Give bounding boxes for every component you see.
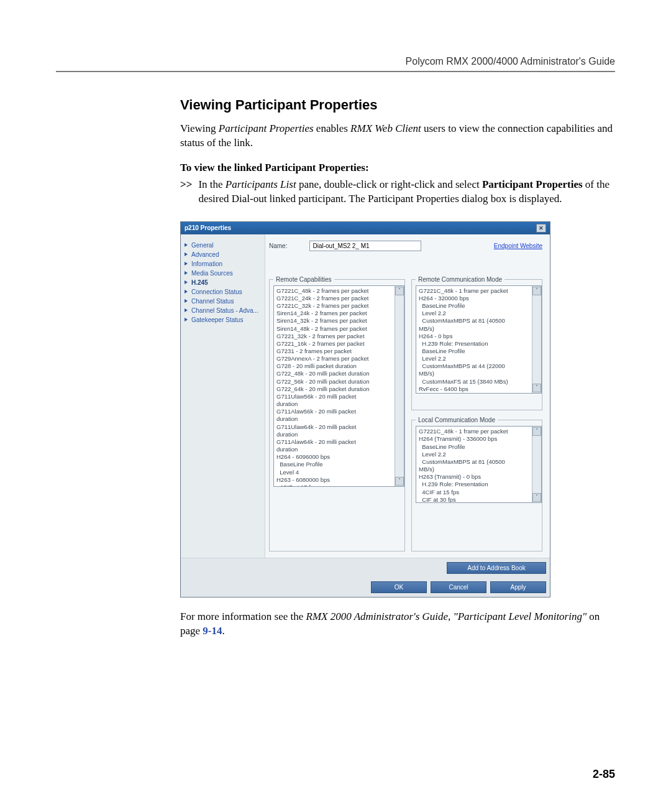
dialog-footer-secondary: Add to Address Book	[181, 558, 550, 578]
step-marker: >>	[180, 178, 192, 206]
remote-capabilities-legend: Remote Capabilities	[273, 276, 334, 283]
remote-comm-listbox[interactable]: G7221C_48k - 1 frame per packet H264 - 3…	[416, 285, 542, 394]
name-label: Name:	[269, 242, 287, 249]
endpoint-website-link[interactable]: Endpoint Website	[494, 242, 542, 249]
name-input[interactable]	[309, 241, 421, 251]
fieldsets: Remote Capabilities G7221C_48k - 2 frame…	[269, 276, 542, 551]
dialog-sidebar: General Advanced Information Media Sourc…	[181, 234, 265, 558]
participant-properties-dialog: p210 Properties ✕ General Advanced Infor…	[180, 221, 550, 597]
remote-capabilities-group: Remote Capabilities G7221C_48k - 2 frame…	[269, 276, 405, 551]
close-icon[interactable]: ✕	[536, 224, 546, 233]
sidebar-item-label: Channel Status	[191, 298, 234, 305]
local-comm-legend: Local Communication Mode	[416, 417, 498, 423]
chevron-right-icon	[185, 243, 188, 247]
scroll-up-icon[interactable]: ˄	[395, 287, 404, 295]
scroll-down-icon[interactable]: ˅	[395, 477, 404, 486]
procedure-step: >> In the Participants List pane, double…	[180, 178, 615, 206]
right-column: Remote Communication Mode G7221C_48k - 1…	[411, 276, 542, 551]
name-row: Name: Endpoint Website	[269, 241, 542, 251]
chevron-right-icon	[185, 308, 188, 312]
sidebar-item-label: General	[191, 242, 214, 249]
chevron-right-icon	[185, 252, 188, 256]
ok-button[interactable]: OK	[371, 581, 427, 593]
local-comm-text: G7221C_48k - 1 frame per packet H264 (Tr…	[416, 427, 532, 502]
text: pane, double-click or right-click and se…	[296, 178, 482, 190]
sidebar-item-label: Channel Status - Adva...	[191, 307, 258, 314]
page-number: 2-85	[593, 768, 615, 781]
page-reference-link[interactable]: 9-14	[203, 625, 222, 637]
dialog-body: General Advanced Information Media Sourc…	[181, 234, 550, 558]
local-comm-listbox[interactable]: G7221C_48k - 1 frame per packet H264 (Tr…	[416, 426, 542, 503]
sidebar-item-connection-status[interactable]: Connection Status	[185, 287, 261, 297]
text-bold: Participant Properties	[482, 178, 583, 190]
dialog-main: Name: Endpoint Website Remote Capabiliti…	[265, 234, 550, 558]
chevron-right-icon	[185, 299, 188, 303]
text-italic: Participants List	[226, 178, 296, 190]
sidebar-item-channel-status-adv[interactable]: Channel Status - Adva...	[185, 306, 261, 315]
dialog-title: p210 Properties	[185, 224, 231, 231]
remote-comm-legend: Remote Communication Mode	[416, 276, 504, 283]
text: For more information see the	[180, 611, 306, 622]
scrollbar[interactable]: ˄ ˅	[532, 427, 541, 502]
text-italic: RMX Web Client	[350, 122, 421, 134]
doc-header: Polycom RMX 2000/4000 Administrator's Gu…	[56, 56, 615, 67]
sidebar-item-channel-status[interactable]: Channel Status	[185, 297, 261, 306]
scroll-up-icon[interactable]: ˄	[532, 427, 541, 436]
remote-comm-text: G7221C_48k - 1 frame per packet H264 - 3…	[416, 286, 532, 393]
chevron-right-icon	[185, 318, 188, 321]
sidebar-item-media-sources[interactable]: Media Sources	[185, 269, 261, 278]
chevron-right-icon	[185, 280, 188, 284]
sidebar-item-label: Connection Status	[191, 288, 242, 295]
text: Viewing	[180, 122, 219, 134]
chevron-right-icon	[185, 271, 188, 275]
sidebar-item-label: H.245	[191, 279, 208, 286]
scroll-up-icon[interactable]: ˄	[532, 287, 541, 295]
text: .	[222, 625, 225, 637]
sidebar-item-label: Media Sources	[191, 270, 233, 277]
post-paragraph: For more information see the RMX 2000 Ad…	[180, 610, 615, 639]
local-comm-group: Local Communication Mode G7221C_48k - 1 …	[411, 417, 542, 551]
sidebar-item-h245[interactable]: H.245	[185, 278, 261, 287]
remote-capabilities-listbox[interactable]: G7221C_48k - 2 frames per packet G7221C_…	[273, 285, 404, 487]
chevron-right-icon	[185, 262, 188, 265]
text: enables	[314, 122, 350, 134]
sidebar-item-information[interactable]: Information	[185, 259, 261, 269]
sidebar-item-advanced[interactable]: Advanced	[185, 250, 261, 259]
remote-capabilities-text: G7221C_48k - 2 frames per packet G7221C_…	[274, 286, 395, 486]
text-italic: Participant Properties	[219, 122, 314, 134]
sidebar-item-general[interactable]: General	[185, 241, 261, 250]
sidebar-item-label: Gatekeeper Status	[191, 316, 243, 323]
sidebar-item-gatekeeper-status[interactable]: Gatekeeper Status	[185, 315, 261, 325]
apply-button[interactable]: Apply	[490, 581, 546, 593]
content-column: Viewing Participant Properties Viewing P…	[180, 97, 615, 639]
dialog-titlebar[interactable]: p210 Properties ✕	[181, 222, 550, 234]
cancel-button[interactable]: Cancel	[431, 581, 486, 593]
dialog-footer-primary: OK Cancel Apply	[181, 578, 550, 597]
text: In the	[198, 178, 225, 190]
intro-paragraph: Viewing Participant Properties enables R…	[180, 122, 615, 150]
scroll-down-icon[interactable]: ˅	[532, 384, 541, 392]
text-italic: RMX 2000 Administrator's Guide, "Partici…	[306, 611, 587, 622]
scroll-down-icon[interactable]: ˅	[532, 493, 541, 502]
scrollbar[interactable]: ˄ ˅	[532, 286, 541, 393]
sidebar-item-label: Information	[191, 261, 222, 267]
sidebar-item-label: Advanced	[191, 251, 219, 258]
section-title: Viewing Participant Properties	[180, 97, 615, 113]
procedure-subhead: To view the linked Participant Propertie…	[180, 162, 615, 174]
header-rule	[56, 71, 615, 72]
step-text: In the Participants List pane, double-cl…	[198, 178, 615, 206]
remote-comm-group: Remote Communication Mode G7221C_48k - 1…	[411, 276, 542, 411]
chevron-right-icon	[185, 290, 188, 293]
scrollbar[interactable]: ˄ ˅	[395, 286, 404, 486]
add-to-address-book-button[interactable]: Add to Address Book	[447, 562, 546, 574]
